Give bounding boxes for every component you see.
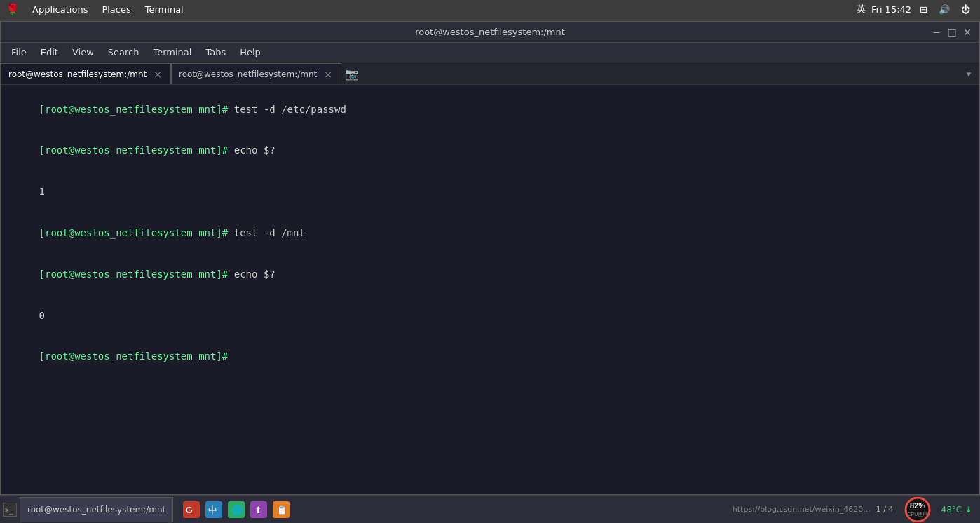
terminal-menu[interactable]: Terminal — [138, 0, 191, 18]
tab-0[interactable]: root@westos_netfilesystem:/mnt × — [1, 63, 171, 84]
page-count: 1 / 4 — [876, 505, 894, 514]
cmd-0: test -d /etc/passwd — [234, 104, 346, 115]
svg-text:🌐: 🌐 — [231, 504, 243, 516]
terminal-line-3: [root@westos_netfilesystem mnt]# test -d… — [4, 212, 976, 254]
maximize-button[interactable]: □ — [946, 26, 958, 39]
svg-text:中: 中 — [208, 505, 217, 515]
taskbar: >_ root@westos_netfilesystem:/mnt G 中 🌐 … — [0, 495, 980, 523]
network-icon[interactable]: ⊟ — [917, 4, 930, 15]
menu-terminal[interactable]: Terminal — [146, 44, 198, 61]
tab-0-close[interactable]: × — [152, 69, 163, 80]
volume-icon[interactable]: 🔊 — [936, 4, 953, 15]
output-1: 0 — [39, 310, 45, 321]
tab-1-label: root@westos_netfilesystem:/mnt — [179, 69, 317, 79]
prompt-4: [root@westos_netfilesystem mnt]# — [39, 269, 234, 280]
tab-1[interactable]: root@westos_netfilesystem:/mnt × — [171, 63, 341, 84]
tab-dropdown-button[interactable]: ▾ — [958, 63, 979, 84]
ql-icon-4[interactable]: 📋 — [271, 500, 291, 519]
menu-file[interactable]: File — [4, 44, 34, 61]
cpu-widget: 82% CPU使用 — [899, 497, 936, 522]
system-bar-left: 🌹 Applications Places Terminal — [0, 0, 191, 18]
close-button[interactable]: ✕ — [961, 26, 974, 39]
tab-1-close[interactable]: × — [322, 69, 334, 80]
terminal-content[interactable]: [root@westos_netfilesystem mnt]# test -d… — [1, 85, 979, 494]
quicklaunch-bar: G 中 🌐 ⬆ 📋 — [176, 500, 297, 519]
menu-bar: File Edit View Search Terminal Tabs Help — [1, 43, 979, 62]
prompt-0: [root@westos_netfilesystem mnt]# — [39, 104, 234, 115]
minimize-button[interactable]: ─ — [930, 26, 943, 39]
menu-tabs[interactable]: Tabs — [198, 44, 233, 61]
terminal-window: root@westos_netfilesystem:/mnt ─ □ ✕ Fil… — [0, 21, 980, 495]
applications-menu[interactable]: Applications — [25, 0, 95, 18]
prompt-3: [root@westos_netfilesystem mnt]# — [39, 227, 234, 238]
language-indicator[interactable]: 英 — [857, 3, 866, 15]
terminal-line-6: [root@westos_netfilesystem mnt]# — [4, 337, 976, 378]
menu-view[interactable]: View — [65, 44, 101, 61]
terminal-titlebar: root@westos_netfilesystem:/mnt ─ □ ✕ — [1, 22, 979, 43]
places-menu[interactable]: Places — [95, 0, 137, 18]
taskbar-terminal-icon: >_ — [3, 503, 17, 517]
terminal-line-4: [root@westos_netfilesystem mnt]# echo $? — [4, 254, 976, 295]
power-icon[interactable]: ⏻ — [958, 4, 973, 15]
svg-text:G: G — [186, 505, 193, 515]
temp-value: 48°C 🌡 — [941, 505, 973, 515]
titlebar-buttons: ─ □ ✕ — [930, 26, 974, 39]
system-bar: 🌹 Applications Places Terminal 英 Fri 15:… — [0, 0, 980, 18]
new-tab-button[interactable]: 📷 — [341, 63, 362, 84]
window-title: root@westos_netfilesystem:/mnt — [415, 27, 565, 37]
terminal-line-0: [root@westos_netfilesystem mnt]# test -d… — [4, 89, 976, 130]
taskbar-url: https://blog.csdn.net/weixin_4620... — [733, 505, 871, 514]
terminal-line-2: 1 — [4, 172, 976, 213]
cmd-1: echo $? — [234, 144, 275, 156]
svg-text:82%: 82% — [910, 501, 925, 510]
terminal-line-1: [root@westos_netfilesystem mnt]# echo $? — [4, 130, 976, 172]
taskbar-right: https://blog.csdn.net/weixin_4620... 1 /… — [733, 497, 980, 522]
temp-widget: 48°C 🌡 — [941, 505, 973, 515]
taskbar-terminal-label: root@westos_netfilesystem:/mnt — [27, 505, 165, 515]
ql-icon-1[interactable]: 中 — [204, 500, 224, 519]
menu-edit[interactable]: Edit — [34, 44, 65, 61]
output-0: 1 — [39, 186, 45, 197]
camera-icon: 📷 — [345, 67, 359, 81]
cmd-3: test -d /mnt — [234, 227, 305, 238]
menu-search[interactable]: Search — [101, 44, 147, 61]
tab-0-label: root@westos_netfilesystem:/mnt — [8, 69, 147, 79]
clock: Fri 15:42 — [871, 4, 911, 15]
prompt-6: [root@westos_netfilesystem mnt]# — [39, 351, 234, 362]
ql-icon-0[interactable]: G — [182, 500, 201, 519]
ql-icon-2[interactable]: 🌐 — [226, 500, 246, 519]
svg-text:📋: 📋 — [276, 504, 288, 516]
tabs-bar: root@westos_netfilesystem:/mnt × root@we… — [1, 62, 979, 85]
menu-help[interactable]: Help — [233, 44, 268, 61]
cmd-4: echo $? — [234, 269, 275, 280]
ql-icon-3[interactable]: ⬆ — [249, 500, 268, 519]
svg-text:⬆: ⬆ — [254, 505, 262, 515]
svg-text:>_: >_ — [5, 506, 14, 515]
svg-text:CPU使用: CPU使用 — [907, 512, 927, 517]
terminal-line-5: 0 — [4, 295, 976, 337]
prompt-1: [root@westos_netfilesystem mnt]# — [39, 144, 234, 156]
system-logo: 🌹 — [0, 3, 25, 16]
taskbar-terminal-item[interactable]: root@westos_netfilesystem:/mnt — [20, 497, 173, 522]
system-bar-right: 英 Fri 15:42 ⊟ 🔊 ⏻ — [857, 3, 980, 15]
